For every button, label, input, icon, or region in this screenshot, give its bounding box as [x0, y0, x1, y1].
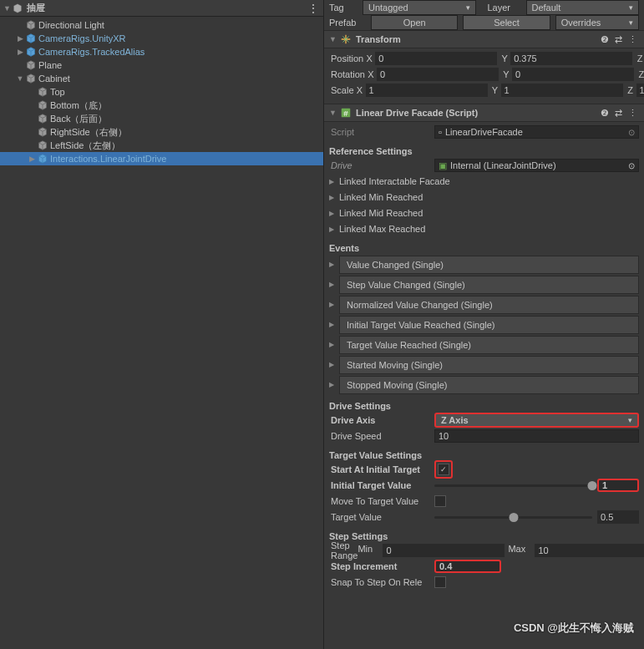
scale-z[interactable]: [636, 84, 644, 97]
hierarchy-header: ▼ 抽屉 ⋮: [0, 0, 323, 17]
transform-icon: [339, 33, 352, 46]
script-field[interactable]: ▫LinearDriveFacade: [434, 125, 639, 139]
event-item[interactable]: Value Changed (Single): [339, 256, 639, 274]
rotation-y[interactable]: [512, 68, 634, 81]
target-value-input[interactable]: [597, 510, 639, 524]
linked-label: Linked Mid Reached: [339, 208, 423, 218]
script-icon: #: [339, 106, 352, 119]
foldout-arrow[interactable]: ▶: [329, 226, 337, 233]
cube-icon: [37, 99, 48, 111]
foldout-arrow[interactable]: ▶: [329, 261, 339, 268]
target-settings-title: Target Value Settings: [329, 450, 639, 460]
unity-icon: [12, 3, 23, 14]
foldout-arrow[interactable]: ▶: [329, 194, 337, 201]
drive-axis-label: Drive Axis: [329, 415, 434, 425]
tree-item[interactable]: Top: [0, 85, 323, 99]
step-min-input[interactable]: [383, 544, 505, 557]
tree-item[interactable]: ▶CameraRigs.TrackedAlias: [0, 45, 323, 58]
event-item[interactable]: Initial Target Value Reached (Single): [339, 316, 639, 334]
hierarchy-panel: ▼ 抽屉 ⋮ Directional Light▶CameraRigs.Unit…: [0, 0, 324, 649]
linked-label: Linked Min Reached: [339, 192, 423, 202]
cube-icon: [37, 126, 48, 138]
tree-item[interactable]: ▼Cabinet: [0, 72, 323, 85]
position-x[interactable]: [375, 52, 497, 65]
foldout-arrow[interactable]: ▶: [329, 341, 339, 348]
events-title: Events: [329, 243, 639, 253]
cube-icon: [37, 153, 48, 165]
step-max-input[interactable]: [535, 544, 644, 557]
snap-checkbox[interactable]: [434, 576, 446, 588]
position-label: Position: [329, 53, 363, 63]
target-value-slider[interactable]: [434, 516, 592, 519]
menu-icon[interactable]: ⋮: [307, 2, 320, 15]
foldout-arrow[interactable]: ▶: [329, 301, 339, 308]
cube-icon: [25, 46, 37, 58]
linked-label: Linked Max Reached: [339, 224, 425, 234]
tag-dropdown[interactable]: Untagged: [363, 0, 476, 15]
foldout-arrow[interactable]: ▶: [329, 321, 339, 328]
tree-item[interactable]: Back（后面）: [0, 112, 323, 125]
move-to-label: Move To Target Value: [329, 496, 434, 506]
foldout-arrow[interactable]: ▶: [329, 210, 337, 217]
event-item[interactable]: Normalized Value Changed (Single): [339, 296, 639, 314]
position-y[interactable]: [510, 52, 632, 65]
tree-item[interactable]: Bottom（底）: [0, 99, 323, 112]
prefab-select-button[interactable]: Select: [463, 15, 550, 30]
scale-label: Scale: [329, 85, 354, 95]
drive-settings-title: Drive Settings: [329, 401, 639, 411]
cube-icon: [37, 86, 48, 98]
snap-label: Snap To Step On Rele: [329, 577, 434, 587]
step-settings-title: Step Settings: [329, 531, 639, 541]
transform-header[interactable]: ▼ Transform ❷ ⇄ ⋮: [324, 30, 644, 48]
cube-icon: [37, 113, 48, 124]
scale-y[interactable]: [501, 84, 623, 97]
prefab-open-button[interactable]: Open: [371, 15, 458, 30]
script-header[interactable]: ▼ # Linear Drive Facade (Script) ❷ ⇄ ⋮: [324, 104, 644, 122]
tree-item[interactable]: LeftSide（左侧）: [0, 139, 323, 152]
linked-label: Linked Interactable Facade: [339, 176, 450, 186]
move-to-checkbox[interactable]: [434, 495, 446, 507]
inspector-panel: Tag Untagged Layer Default Prefab Open S…: [324, 0, 644, 649]
component-tools[interactable]: ❷ ⇄ ⋮: [601, 108, 639, 119]
start-at-label: Start At Initial Target: [329, 464, 434, 474]
foldout-arrow[interactable]: ▶: [329, 381, 339, 388]
initial-target-label: Initial Target Value: [329, 480, 434, 490]
step-increment-input[interactable]: [434, 560, 501, 573]
component-tools[interactable]: ❷ ⇄ ⋮: [601, 34, 639, 45]
cube-icon: [25, 73, 37, 84]
reference-settings-title: Reference Settings: [329, 146, 639, 156]
watermark: CSDN @此生不悔入海贼: [514, 621, 634, 636]
event-item[interactable]: Target Value Reached (Single): [339, 336, 639, 354]
layer-dropdown[interactable]: Default: [526, 0, 640, 15]
foldout-arrow[interactable]: ▶: [329, 281, 339, 288]
drive-axis-dropdown[interactable]: Z Axis: [434, 413, 639, 428]
initial-target-slider[interactable]: [434, 484, 592, 487]
tree-item[interactable]: ▶CameraRigs.UnityXR: [0, 32, 323, 45]
initial-target-input[interactable]: [597, 479, 639, 492]
event-item[interactable]: Stopped Moving (Single): [339, 376, 639, 394]
tree-item[interactable]: RightSide（右侧）: [0, 125, 323, 139]
foldout-arrow[interactable]: ▶: [329, 361, 339, 368]
cube-icon: [25, 19, 37, 31]
drive-field[interactable]: ▣Internal (LinearJointDrive): [434, 159, 639, 172]
target-value-label: Target Value: [329, 512, 434, 522]
cube-icon: [37, 139, 48, 151]
cube-icon: [25, 59, 37, 71]
drive-speed-input[interactable]: [434, 429, 639, 443]
scale-x[interactable]: [366, 84, 488, 97]
rotation-x[interactable]: [377, 68, 499, 81]
hierarchy-tree: Directional Light▶CameraRigs.UnityXR▶Cam…: [0, 17, 323, 165]
prefab-overrides-dropdown[interactable]: Overrides: [555, 15, 639, 30]
event-item[interactable]: Step Value Changed (Single): [339, 276, 639, 294]
event-item[interactable]: Started Moving (Single): [339, 356, 639, 374]
script-label: Script: [329, 127, 434, 137]
start-at-checkbox[interactable]: [438, 464, 449, 475]
tree-item[interactable]: Directional Light: [0, 18, 323, 32]
cube-icon: [25, 33, 37, 44]
step-increment-label: Step Increment: [329, 561, 434, 571]
tree-item[interactable]: Plane: [0, 58, 323, 72]
tree-item[interactable]: ▶Interactions.LinearJointDrive: [0, 152, 323, 165]
tag-label: Tag: [329, 3, 357, 13]
foldout-arrow[interactable]: ▶: [329, 178, 337, 185]
svg-text:#: #: [343, 109, 348, 118]
